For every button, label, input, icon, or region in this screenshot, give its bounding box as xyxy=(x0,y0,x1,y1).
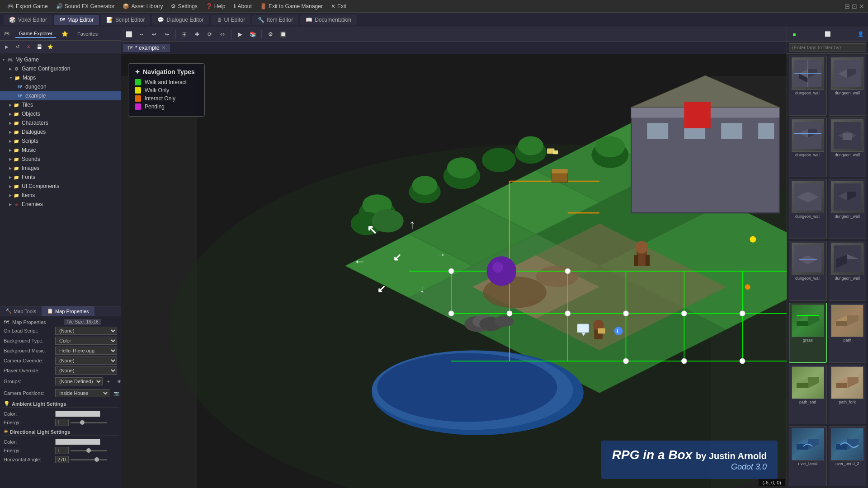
ct-settings-btn[interactable]: ⚙ xyxy=(264,28,276,40)
tile-item-dungeon-wall-1[interactable]: dungeon_wall xyxy=(789,56,827,116)
toolbar-close-red[interactable]: ✕ xyxy=(24,42,33,52)
ambient-color-swatch[interactable] xyxy=(55,411,100,417)
tree-item-tiles[interactable]: ▶ 📁 Tiles xyxy=(0,100,121,109)
ct-select-btn[interactable]: ⬜ xyxy=(123,28,135,40)
menu-exit-manager[interactable]: 🚪 Exit to Game Manager xyxy=(256,2,326,10)
tree-item-characters[interactable]: ▶ 📁 Characters xyxy=(0,118,121,127)
ct-grid-btn[interactable]: ⊞ xyxy=(179,28,190,40)
tile-label: path xyxy=(843,338,851,343)
tab-item-editor[interactable]: 🔧 Item Editor xyxy=(252,15,298,25)
tree-item-dialogues[interactable]: ▶ 📁 Dialogues xyxy=(0,127,121,136)
tree-item-sounds[interactable]: ▶ 📁 Sounds xyxy=(0,155,121,164)
tree-item-game-config[interactable]: ▶ ⚙ Game Configuration xyxy=(0,64,121,73)
toolbar-star[interactable]: ⭐ xyxy=(45,42,55,52)
tile-item-dungeon-wall-8[interactable]: dungeon_wall xyxy=(829,241,867,301)
ct-undo-btn[interactable]: ↩ xyxy=(148,28,160,40)
tile-item-dungeon-wall-3[interactable]: dungeon_wall xyxy=(789,117,827,178)
ct-add-btn[interactable]: ✚ xyxy=(191,28,203,40)
dir-energy-input[interactable] xyxy=(55,447,69,454)
menu-exit[interactable]: ✕ Exit xyxy=(327,2,350,10)
camera-add-btn[interactable]: 📷 xyxy=(111,388,121,398)
tree-root[interactable]: ▼ 🎮 My Game xyxy=(0,55,121,64)
tree-item-items[interactable]: ▶ 📁 Items xyxy=(0,191,121,200)
tab-favorites[interactable]: Favorites xyxy=(74,30,101,38)
tile-item-grass[interactable]: grass xyxy=(789,303,827,363)
menu-asset-library[interactable]: 📦 Asset Library xyxy=(119,2,166,10)
tile-item-dungeon-wall-7[interactable]: dungeon_wall xyxy=(789,241,827,301)
tile-item-path-fork[interactable]: path_fork xyxy=(829,365,867,425)
toolbar-save[interactable]: 💾 xyxy=(34,42,44,52)
ambient-energy-slider[interactable] xyxy=(71,422,107,423)
tree-item-dungeon[interactable]: 🗺 dungeon xyxy=(0,82,121,91)
tiles-grid: dungeon_wall dungeon_wall xyxy=(787,54,868,488)
map-canvas[interactable]: ↖ ↑ ← ↙ → ↙ ↓ xyxy=(121,54,787,488)
ct-snap-btn[interactable]: 🔲 xyxy=(277,28,289,40)
tree-item-maps[interactable]: ▼ 📁 Maps xyxy=(0,73,121,82)
ct-redo-btn[interactable]: ↪ xyxy=(161,28,173,40)
player-override-dropdown[interactable]: (None) xyxy=(55,366,117,375)
tab-map-tools[interactable]: 🔨 Map Tools xyxy=(0,306,42,316)
tile-item-dungeon-wall-4[interactable]: dungeon_wall xyxy=(829,117,867,178)
on-load-script-dropdown[interactable]: (None) xyxy=(55,327,117,335)
menu-sound-fx[interactable]: 🔊 Sound FX Generator xyxy=(52,2,118,10)
tab-script-editor[interactable]: 📝 Script Editor xyxy=(101,15,150,25)
tree-item-example[interactable]: 🗺 example xyxy=(0,91,121,100)
dir-color-swatch[interactable] xyxy=(55,439,100,445)
tile-item-dungeon-wall-5[interactable]: dungeon_wall xyxy=(789,179,827,239)
ct-layer-btn[interactable]: 📚 xyxy=(247,28,259,40)
root-icon: 🎮 xyxy=(6,56,14,63)
toolbar-expand-all[interactable]: ▶ xyxy=(2,42,12,52)
map-tab-example[interactable]: 🗺 * example ✕ xyxy=(123,44,170,52)
dir-horizontal-input[interactable] xyxy=(55,456,69,463)
tree-item-scripts[interactable]: ▶ 📁 Scripts xyxy=(0,136,121,145)
tree-item-fonts[interactable]: ▶ 📁 Fonts xyxy=(0,173,121,182)
menu-about[interactable]: ℹ About xyxy=(230,2,255,10)
tile-item-path-end[interactable]: path_end xyxy=(789,365,827,425)
groups-dropdown[interactable]: (None Defined) xyxy=(55,377,103,385)
ct-mirror-btn[interactable]: ⇔ xyxy=(217,28,228,40)
tree-item-music[interactable]: ▶ 📁 Music xyxy=(0,145,121,155)
menu-export-game[interactable]: 🎮 Export Game xyxy=(4,2,52,10)
tab-dialogue-editor[interactable]: 💬 Dialogue Editor xyxy=(152,15,209,25)
groups-eye-btn[interactable]: 👁 xyxy=(114,376,121,386)
tile-item-path[interactable]: path xyxy=(829,303,867,363)
camera-positions-dropdown[interactable]: Inside House xyxy=(55,389,109,397)
tab-map-editor[interactable]: 🗺 Map Editor xyxy=(54,15,99,25)
ct-move-btn[interactable]: ↔ xyxy=(136,28,147,40)
ct-rotate-btn[interactable]: ⟳ xyxy=(204,28,216,40)
legend-walk-interact: Walk and Interact xyxy=(135,79,198,85)
tree-item-ui-components[interactable]: ▶ 📁 UI Components xyxy=(0,182,121,191)
tile-item-river-bend-2[interactable]: river_bend_2 xyxy=(829,426,867,486)
tile-item-dungeon-wall-6[interactable]: dungeon_wall xyxy=(829,179,867,239)
tab-documentation[interactable]: 📖 Documentation xyxy=(300,15,357,25)
right-tool-view[interactable]: ⬜ xyxy=(822,29,833,40)
tab-game-explorer[interactable]: Game Explorer xyxy=(15,30,56,38)
tab-close-btn[interactable]: ✕ xyxy=(162,45,165,50)
right-tool-person[interactable]: 👤 xyxy=(855,29,866,40)
svg-point-36 xyxy=(536,266,578,287)
ambient-energy-input[interactable] xyxy=(55,419,69,426)
tile-item-dungeon-wall-2[interactable]: dungeon_wall xyxy=(829,56,867,116)
config-icon: ⚙ xyxy=(13,65,20,72)
dir-energy-slider[interactable] xyxy=(71,450,107,451)
tree-item-objects[interactable]: ▶ 📁 Objects xyxy=(0,109,121,118)
menu-settings[interactable]: ⚙ Settings xyxy=(167,2,201,10)
toolbar-refresh[interactable]: ↺ xyxy=(13,42,23,52)
menu-help[interactable]: ❓ Help xyxy=(202,2,229,10)
tile-item-river-bend[interactable]: river_bend xyxy=(789,426,827,486)
canvas-wrapper[interactable]: ↖ ↑ ← ↙ → ↙ ↓ xyxy=(121,54,787,488)
window-controls[interactable]: ⊟ ⊡ ✕ xyxy=(844,3,864,10)
background-type-dropdown[interactable]: Color xyxy=(55,337,117,345)
tree-item-enemies[interactable]: ▶ ⚠ Enemies xyxy=(0,200,121,209)
tab-voxel-editor[interactable]: 🎲 Voxel Editor xyxy=(4,15,52,25)
tree-item-images[interactable]: ▶ 📁 Images xyxy=(0,164,121,173)
ct-play-btn[interactable]: ▶ xyxy=(234,28,246,40)
background-music-dropdown[interactable]: Hello There.ogg xyxy=(55,347,117,355)
groups-add-btn[interactable]: + xyxy=(104,376,113,386)
dir-horizontal-slider[interactable] xyxy=(71,459,107,460)
tab-map-properties[interactable]: 📋 Map Properties xyxy=(42,306,94,316)
tag-filter-input[interactable] xyxy=(789,43,866,52)
right-tool-green[interactable]: ■ xyxy=(789,29,800,40)
tab-ui-editor[interactable]: 🖥 UI Editor xyxy=(211,15,251,25)
camera-override-dropdown[interactable]: (None) xyxy=(55,357,117,365)
